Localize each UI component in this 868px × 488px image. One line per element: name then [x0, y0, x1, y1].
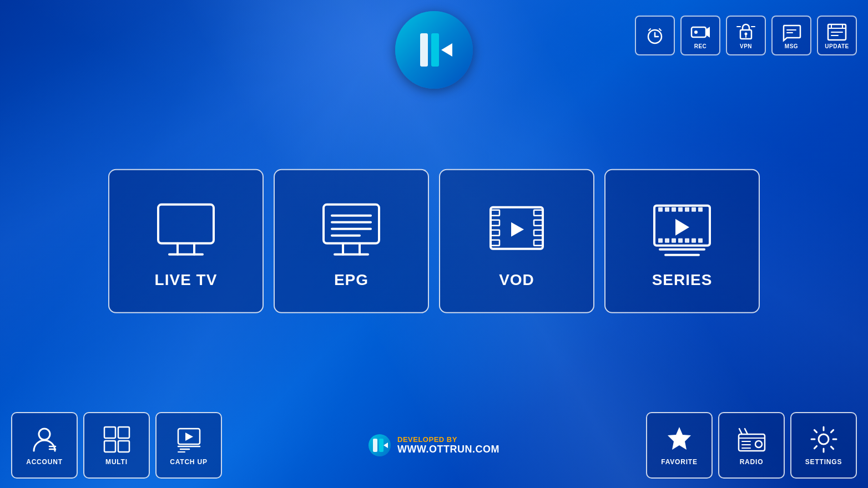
svg-rect-37 [491, 210, 499, 216]
svg-marker-61 [675, 219, 689, 236]
live-tv-card[interactable]: LIVE TV [108, 169, 264, 313]
brand-logo-icon [369, 434, 391, 456]
epg-card[interactable]: EPG [274, 169, 429, 313]
brand-url: WWW.OTTRUN.COM [397, 444, 499, 455]
alarm-button[interactable] [635, 16, 675, 55]
account-icon [29, 424, 60, 455]
brand-logo-small [369, 434, 391, 456]
logo-icon [409, 25, 459, 75]
epg-icon [315, 194, 387, 266]
settings-button[interactable]: SETTINGS [790, 412, 857, 479]
catch-up-icon [174, 424, 204, 455]
vod-icon [481, 194, 553, 266]
developed-by-label: DEVELOPED BY [397, 435, 499, 444]
svg-marker-45 [511, 222, 524, 237]
app-logo [395, 11, 473, 89]
svg-rect-41 [534, 210, 543, 216]
rec-icon [690, 22, 710, 42]
radio-button[interactable]: RADIO [718, 412, 785, 479]
settings-label: SETTINGS [805, 458, 842, 466]
svg-rect-44 [534, 240, 543, 246]
favorite-button[interactable]: FAVORITE [646, 412, 713, 479]
radio-icon [736, 424, 767, 455]
svg-rect-0 [420, 33, 428, 67]
svg-rect-53 [698, 207, 703, 212]
svg-line-82 [739, 429, 742, 434]
svg-marker-9 [706, 28, 709, 37]
epg-label: EPG [334, 271, 369, 289]
svg-line-7 [659, 29, 661, 30]
svg-rect-70 [118, 441, 129, 452]
rec-label: REC [694, 43, 707, 49]
series-label: SERIES [652, 271, 713, 289]
catch-up-button[interactable]: CATCH UP [155, 412, 222, 479]
svg-rect-1 [431, 33, 439, 67]
vpn-button[interactable]: VPN [726, 16, 766, 55]
svg-rect-48 [665, 207, 669, 212]
svg-rect-47 [658, 207, 663, 212]
svg-rect-55 [665, 238, 669, 243]
svg-rect-51 [685, 207, 689, 212]
svg-rect-77 [379, 439, 383, 452]
live-tv-icon [150, 194, 222, 266]
svg-rect-50 [678, 207, 683, 212]
svg-point-84 [755, 441, 762, 448]
update-button[interactable]: UPDATE [817, 16, 857, 55]
account-label: ACCOUNT [26, 458, 63, 466]
svg-rect-58 [685, 238, 689, 243]
brand-row: DEVELOPED BY WWW.OTTRUN.COM [369, 434, 499, 456]
svg-rect-24 [158, 205, 214, 243]
favorite-label: FAVORITE [661, 458, 698, 466]
vpn-icon [736, 22, 756, 42]
svg-rect-28 [324, 205, 379, 243]
svg-rect-54 [658, 238, 663, 243]
favorite-icon [664, 424, 695, 455]
svg-rect-56 [672, 238, 676, 243]
bottom-right-buttons: FAVORITE RADIO [646, 412, 857, 479]
vpn-label: VPN [740, 43, 752, 49]
alarm-icon [645, 26, 665, 45]
svg-point-88 [819, 434, 829, 444]
update-label: UPDATE [825, 43, 849, 49]
svg-rect-59 [692, 238, 696, 243]
bottom-left-buttons: ACCOUNT MULTI CATCH UP [11, 412, 222, 479]
bottom-branding: DEVELOPED BY WWW.OTTRUN.COM [369, 434, 499, 456]
svg-marker-79 [668, 427, 691, 450]
svg-rect-60 [698, 238, 703, 243]
svg-rect-76 [373, 439, 377, 452]
account-button[interactable]: ACCOUNT [11, 412, 78, 479]
svg-rect-8 [692, 27, 706, 37]
live-tv-label: LIVE TV [155, 271, 218, 289]
svg-line-83 [745, 429, 748, 434]
multi-icon [102, 424, 132, 455]
svg-marker-78 [383, 443, 388, 448]
svg-rect-42 [534, 220, 543, 226]
svg-rect-67 [104, 427, 115, 438]
svg-rect-68 [118, 427, 129, 438]
main-menu: LIVE TV EPG [108, 169, 760, 313]
svg-point-64 [39, 429, 50, 440]
rec-button[interactable]: REC [680, 16, 720, 55]
multi-button[interactable]: MULTI [83, 412, 150, 479]
vod-card[interactable]: VOD [439, 169, 594, 313]
svg-rect-38 [491, 220, 499, 226]
series-card[interactable]: SERIES [604, 169, 760, 313]
multi-label: MULTI [105, 458, 128, 466]
svg-rect-43 [534, 230, 543, 236]
bottom-bar: ACCOUNT MULTI CATCH UP [0, 402, 868, 488]
svg-rect-57 [678, 238, 683, 243]
logo-circle [395, 11, 473, 89]
msg-button[interactable]: MSG [771, 16, 811, 55]
brand-text: DEVELOPED BY WWW.OTTRUN.COM [397, 435, 499, 455]
radio-label: RADIO [740, 458, 764, 466]
msg-icon [781, 22, 801, 42]
catch-up-label: CATCH UP [170, 458, 208, 466]
svg-rect-69 [104, 441, 115, 452]
svg-line-6 [649, 29, 650, 30]
msg-label: MSG [785, 43, 798, 49]
top-right-toolbar: REC VPN MSG UPDA [635, 16, 857, 55]
svg-rect-39 [491, 230, 499, 236]
svg-rect-40 [491, 240, 499, 246]
series-icon [646, 194, 718, 266]
update-icon [827, 22, 847, 42]
